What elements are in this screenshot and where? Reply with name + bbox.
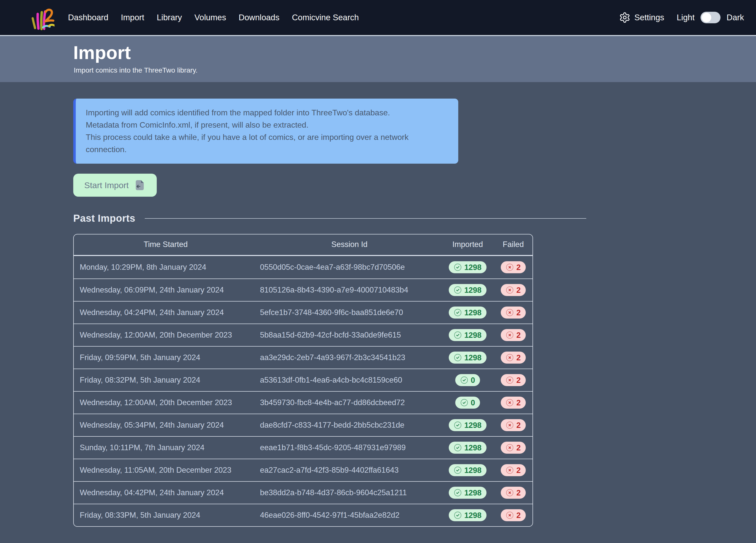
info-line: This process could take a while, if you … <box>86 131 448 156</box>
failed-badge: 2 <box>501 397 525 409</box>
failed-badge: 2 <box>501 464 525 476</box>
session-id-cell: 8105126a-8b43-4390-a7e9-4000710483b4 <box>257 279 441 301</box>
failed-badge: 2 <box>501 419 525 431</box>
time-started-cell: Wednesday, 12:00AM, 20th December 2023 <box>74 391 257 414</box>
failed-badge: 2 <box>501 509 525 521</box>
main-content: Importing will add comics identified fro… <box>0 82 756 527</box>
check-circle-icon <box>454 489 462 497</box>
threetwo-logo-icon <box>31 4 55 31</box>
imported-badge: 1298 <box>449 419 487 431</box>
imported-badge: 1298 <box>449 464 487 476</box>
time-started-cell: Friday, 09:59PM, 5th January 2024 <box>74 346 257 369</box>
theme-toggle[interactable] <box>701 12 721 23</box>
nav-item-dashboard[interactable]: Dashboard <box>68 13 108 22</box>
threetwo-logo[interactable] <box>31 4 55 31</box>
imported-cell: 0 <box>441 391 494 414</box>
imported-cell: 1298 <box>441 459 494 481</box>
session-id-cell: 3b459730-fbc8-4e4b-ac77-dd86dcbeed72 <box>257 391 441 414</box>
session-id-cell: eeae1b71-f8b3-45dc-9205-487931e97989 <box>257 436 441 459</box>
column-header-time-started: Time Started <box>74 234 257 256</box>
time-started-cell: Wednesday, 04:24PM, 24th January 2024 <box>74 301 257 324</box>
imported-cell: 1298 <box>441 301 494 324</box>
import-info-callout: Importing will add comics identified fro… <box>73 99 458 164</box>
nav-item-downloads[interactable]: Downloads <box>239 13 279 22</box>
time-started-cell: Wednesday, 04:42PM, 24th January 2024 <box>74 481 257 504</box>
imported-badge: 1298 <box>449 487 487 499</box>
session-id-cell: 5b8aa15d-62b9-42cf-bcfd-33a0de9fe615 <box>257 324 441 346</box>
info-line: Importing will add comics identified fro… <box>86 107 448 119</box>
imported-badge: 0 <box>455 374 480 386</box>
session-id-cell: aa3e29dc-2eb7-4a93-967f-2b3c34541b23 <box>257 346 441 369</box>
imported-badge: 1298 <box>449 442 487 454</box>
imported-cell: 0 <box>441 369 494 391</box>
navbar-right: Settings Light Dark <box>619 12 744 23</box>
settings-label: Settings <box>635 13 664 22</box>
table-row: Wednesday, 12:00AM, 20th December 2023 5… <box>74 324 533 346</box>
imported-badge: 1298 <box>449 307 487 319</box>
table-row: Friday, 08:33PM, 5th January 2024 46eae0… <box>74 504 533 526</box>
imported-cell: 1298 <box>441 414 494 436</box>
failed-cell: 2 <box>494 279 533 301</box>
time-started-cell: Friday, 08:32PM, 5th January 2024 <box>74 369 257 391</box>
x-circle-icon <box>506 309 514 317</box>
imported-badge: 0 <box>455 397 480 409</box>
theme-switch: Light Dark <box>677 12 744 23</box>
session-id-cell: dae8cfd7-c833-4177-bedd-2bb5cbc231de <box>257 414 441 436</box>
time-started-cell: Wednesday, 05:34PM, 24th January 2024 <box>74 414 257 436</box>
table-row: Friday, 09:59PM, 5th January 2024 aa3e29… <box>74 346 533 369</box>
imported-cell: 1298 <box>441 346 494 369</box>
table-row: Wednesday, 05:34PM, 24th January 2024 da… <box>74 414 533 436</box>
failed-cell: 2 <box>494 256 533 279</box>
failed-cell: 2 <box>494 481 533 504</box>
horizontal-divider <box>145 218 586 219</box>
check-circle-icon <box>454 286 462 294</box>
main-nav: Dashboard Import Library Volumes Downloa… <box>68 13 359 22</box>
column-header-session-id: Session Id <box>257 234 441 256</box>
table-header-row: Time Started Session Id Imported Failed <box>74 234 533 256</box>
failed-badge: 2 <box>501 284 525 296</box>
start-import-label: Start Import <box>84 180 129 190</box>
x-circle-icon <box>506 376 514 384</box>
time-started-cell: Sunday, 10:11PM, 7th January 2024 <box>74 436 257 459</box>
x-circle-icon <box>506 511 514 519</box>
failed-cell: 2 <box>494 301 533 324</box>
failed-cell: 2 <box>494 459 533 481</box>
imported-cell: 1298 <box>441 256 494 279</box>
x-circle-icon <box>506 489 514 497</box>
nav-item-library[interactable]: Library <box>157 13 182 22</box>
table-row: Wednesday, 12:00AM, 20th December 2023 3… <box>74 391 533 414</box>
failed-cell: 2 <box>494 391 533 414</box>
column-header-imported: Imported <box>441 234 494 256</box>
check-circle-icon <box>454 466 462 474</box>
dark-label: Dark <box>727 13 744 22</box>
start-import-button[interactable]: Start Import <box>73 174 157 197</box>
failed-badge: 2 <box>501 307 525 319</box>
x-circle-icon <box>506 466 514 474</box>
imported-badge: 1298 <box>449 329 487 341</box>
nav-item-volumes[interactable]: Volumes <box>195 13 226 22</box>
x-circle-icon <box>506 444 514 452</box>
time-started-cell: Wednesday, 12:00AM, 20th December 2023 <box>74 324 257 346</box>
check-circle-icon <box>454 354 462 362</box>
x-circle-icon <box>506 263 514 271</box>
settings-button[interactable]: Settings <box>619 12 664 23</box>
imported-cell: 1298 <box>441 481 494 504</box>
file-import-icon <box>134 179 146 191</box>
table-row: Wednesday, 04:42PM, 24th January 2024 be… <box>74 481 533 504</box>
x-circle-icon <box>506 421 514 429</box>
session-id-cell: 46eae026-8ff0-4542-97f1-45bfaa2e82d2 <box>257 504 441 526</box>
failed-badge: 2 <box>501 352 525 364</box>
x-circle-icon <box>506 286 514 294</box>
check-circle-icon <box>454 421 462 429</box>
theme-toggle-knob <box>702 13 711 22</box>
table-row: Sunday, 10:11PM, 7th January 2024 eeae1b… <box>74 436 533 459</box>
failed-cell: 2 <box>494 414 533 436</box>
info-line: Metadata from ComicInfo.xml, if present,… <box>86 119 448 131</box>
check-circle-icon <box>454 331 462 339</box>
x-circle-icon <box>506 399 514 407</box>
table-row: Wednesday, 06:09PM, 24th January 2024 81… <box>74 279 533 301</box>
imported-cell: 1298 <box>441 504 494 526</box>
failed-cell: 2 <box>494 436 533 459</box>
nav-item-import[interactable]: Import <box>121 13 144 22</box>
nav-item-comicvine-search[interactable]: Comicvine Search <box>292 13 359 22</box>
